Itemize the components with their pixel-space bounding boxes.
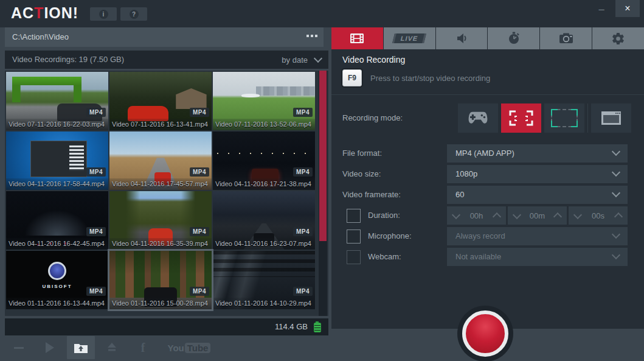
close-button[interactable]: × [615, 0, 640, 17]
microphone-row: Microphone: Always record [331, 227, 644, 245]
increment-icon[interactable] [614, 212, 623, 220]
youtube-button[interactable]: YouTube [160, 336, 218, 359]
minimize-icon: ─ [598, 5, 604, 14]
close-icon: × [625, 3, 630, 14]
storage-bar: 114.4 GB [5, 318, 328, 335]
hotkey-badge[interactable]: F9 [342, 69, 362, 86]
increment-icon[interactable] [553, 212, 562, 220]
chevron-down-icon [612, 168, 620, 177]
video-item[interactable]: MP4Video 07-11-2016 13-52-06.mp4 [213, 72, 315, 130]
mode-region-button[interactable] [544, 103, 584, 133]
webcam-value: Not available [455, 248, 501, 266]
upload-button[interactable] [98, 336, 126, 359]
decrement-icon[interactable] [573, 210, 582, 219]
gamepad-icon [466, 110, 490, 126]
camera-icon [558, 32, 574, 45]
tab-benchmark[interactable] [488, 27, 539, 49]
sort-dropdown[interactable]: by date [282, 51, 321, 69]
tab-audio-recording[interactable] [436, 27, 488, 49]
delete-button[interactable] [5, 336, 33, 359]
mode-fullscreen-button[interactable] [501, 103, 541, 133]
video-item[interactable]: MP4Video 07-11-2016 16-22-03.mp4 [6, 72, 108, 130]
folder-upload-icon [74, 342, 88, 354]
recordings-header: Video Recordings: 19 (7.50 GB) by date [5, 51, 328, 69]
chevron-down-icon [612, 251, 620, 259]
video-item[interactable]: MP4Video 04-11-2016 16-23-07.mp4 [213, 191, 315, 250]
decrement-icon[interactable] [513, 210, 521, 219]
play-button[interactable] [36, 336, 64, 359]
webcam-checkbox[interactable] [347, 250, 361, 264]
hotkey-hint: Press to start/stop video recording [370, 74, 490, 83]
video-filename: Video 04-11-2016 16-42-45.mp4 [6, 238, 108, 250]
webcam-row: Webcam: Not available [331, 248, 644, 266]
mode-window-button[interactable] [591, 103, 631, 133]
video-item[interactable]: MP4Video 01-11-2016 14-10-29.mp4 [213, 251, 315, 309]
bottom-toolbar: f YouTube [5, 336, 218, 359]
webcam-dropdown[interactable]: Not available [447, 248, 628, 266]
folder-path-bar[interactable]: C:\Action!\Video [5, 27, 324, 47]
video-item[interactable]: MP4Video 04-11-2016 17-21-38.mp4 [213, 131, 315, 190]
facebook-icon: f [141, 341, 145, 355]
minutes-stepper: 00m [508, 206, 567, 225]
facebook-button[interactable]: f [129, 336, 157, 359]
video-item[interactable]: MP4Video 01-11-2016 15-00-28.mp4 [109, 251, 212, 309]
video-size-value: 1080p [455, 165, 477, 183]
microphone-dropdown[interactable]: Always record [447, 227, 628, 245]
video-filename: Video 07-11-2016 16-13-41.mp4 [109, 119, 212, 130]
fullscreen-brackets-icon [508, 109, 535, 127]
format-badge: MP4 [190, 287, 209, 296]
framerate-dropdown[interactable]: 60 [447, 186, 628, 204]
video-filename: Video 01-11-2016 16-13-44.mp4 [6, 298, 108, 309]
record-button[interactable] [457, 306, 513, 361]
browse-folder-button[interactable] [306, 35, 317, 37]
framerate-value: 60 [455, 186, 464, 204]
recording-mode-label: Recording mode: [342, 103, 403, 133]
tab-screenshots[interactable] [540, 27, 592, 49]
mode-game-button[interactable] [458, 103, 498, 133]
info-button[interactable]: i [90, 7, 117, 21]
help-button[interactable]: ? [120, 7, 147, 21]
format-badge: MP4 [293, 167, 313, 177]
minutes-value: 00m [530, 211, 545, 220]
video-item[interactable]: MP4Video 04-11-2016 17-58-44.mp4 [6, 131, 108, 190]
action-window: ACTION! i ? ─ × C:\Action!\Video Video R… [0, 0, 644, 361]
export-folder-button[interactable] [67, 336, 95, 359]
video-filename: Video 04-11-2016 17-21-38.mp4 [213, 178, 315, 190]
duration-checkbox[interactable] [347, 209, 361, 223]
scrollbar-thumb[interactable] [319, 71, 327, 241]
video-filename: Video 04-11-2016 17-58-44.mp4 [6, 178, 108, 190]
video-item[interactable]: MP4Video 07-11-2016 16-13-41.mp4 [109, 72, 212, 130]
tab-bar: LIVE [331, 27, 644, 49]
video-item[interactable]: MP4Video 04-11-2016 16-35-39.mp4 [109, 191, 212, 250]
microphone-checkbox[interactable] [347, 230, 361, 244]
video-filename: Video 04-11-2016 16-23-07.mp4 [213, 238, 315, 250]
decrement-icon[interactable] [452, 210, 460, 219]
video-grid: MP4Video 07-11-2016 16-22-03.mp4MP4Video… [5, 71, 328, 310]
format-badge: MP4 [190, 227, 209, 236]
minus-icon [14, 347, 24, 349]
video-item[interactable]: MP4Video 04-11-2016 17-45-57.mp4 [109, 131, 212, 190]
video-size-dropdown[interactable]: 1080p [447, 165, 628, 183]
format-badge: MP4 [86, 227, 106, 236]
scrollbar-track[interactable] [319, 71, 327, 316]
seconds-value: 00s [592, 211, 604, 220]
tab-settings[interactable] [592, 27, 644, 49]
video-size-label: Video size: [342, 165, 381, 183]
format-badge: MP4 [86, 287, 106, 296]
chevron-down-icon [612, 230, 620, 239]
minimize-button[interactable]: ─ [593, 2, 610, 16]
video-item[interactable]: UBISOFTMP4Video 01-11-2016 16-13-44.mp4 [6, 251, 108, 309]
tab-video-recording[interactable] [331, 27, 383, 49]
recording-panel: LIVE [331, 27, 644, 361]
video-item[interactable]: MP4Video 04-11-2016 16-42-45.mp4 [6, 191, 108, 250]
format-badge: MP4 [86, 167, 106, 177]
logo-accent: T [34, 4, 44, 22]
increment-icon[interactable] [493, 212, 501, 220]
file-format-dropdown[interactable]: MP4 (AMD APP) [447, 144, 628, 163]
microphone-value: Always record [455, 227, 505, 245]
window-icon [599, 110, 623, 127]
video-list-area: MP4Video 07-11-2016 16-22-03.mp4MP4Video… [5, 71, 328, 316]
live-icon: LIVE [392, 33, 426, 43]
free-space-label: 114.4 GB [275, 318, 308, 335]
tab-live-streaming[interactable]: LIVE [384, 27, 435, 49]
